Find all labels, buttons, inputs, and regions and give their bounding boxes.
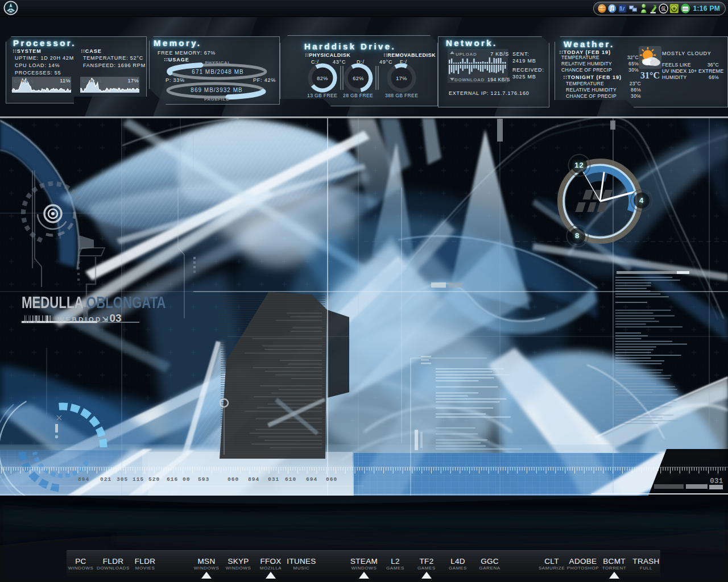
svg-text:610: 610 [285, 476, 296, 483]
svg-text:EXTERNAL IP: 121.7.176.160: EXTERNAL IP: 121.7.176.160 [449, 90, 530, 96]
svg-text:593: 593 [198, 476, 209, 483]
svg-text:43°C: 43°C [333, 59, 346, 65]
svg-text:CORE 0: CORE 0 [14, 78, 34, 84]
svg-text:520: 520 [148, 476, 160, 483]
svg-text:PF: 42℅: PF: 42℅ [253, 77, 276, 83]
svg-text:894: 894 [78, 476, 89, 483]
svg-text:894: 894 [248, 476, 259, 483]
svg-text:7 KB/S: 7 KB/S [490, 51, 509, 57]
svg-text:194 KB/S: 194 KB/S [487, 77, 510, 82]
svg-text:UPLOAD: UPLOAD [456, 52, 477, 57]
svg-text:C:/: C:/ [311, 59, 319, 65]
svg-text:SENT:: SENT: [512, 51, 530, 57]
svg-text:060: 060 [228, 476, 239, 483]
svg-text:2419 MB: 2419 MB [512, 58, 536, 64]
svg-text:13 GB FREE: 13 GB FREE [307, 93, 337, 98]
svg-text:DOWNLOAD: DOWNLOAD [454, 77, 485, 82]
svg-text:031: 031 [710, 477, 723, 485]
svg-text:62℅: 62℅ [353, 76, 363, 81]
svg-text:11℅: 11℅ [60, 78, 71, 84]
svg-text:3025 MB: 3025 MB [512, 74, 536, 80]
svg-text:28 GB FREE: 28 GB FREE [343, 93, 373, 98]
svg-text:031: 031 [268, 476, 279, 483]
svg-text:12: 12 [574, 161, 584, 169]
svg-text:115: 115 [133, 476, 144, 483]
svg-text:00: 00 [183, 476, 190, 483]
svg-text:305: 305 [117, 476, 128, 483]
svg-text:060: 060 [326, 476, 337, 483]
svg-text:388 GB FREE: 388 GB FREE [385, 93, 418, 98]
svg-text:49°C: 49°C [379, 59, 392, 65]
svg-text:671 MB/2048 MB: 671 MB/2048 MB [192, 69, 243, 75]
svg-text:侃: 侃 [661, 6, 666, 11]
svg-text:616: 616 [167, 476, 178, 483]
svg-text:17℅: 17℅ [128, 78, 139, 84]
svg-text:021: 021 [100, 476, 111, 483]
svg-text:PAGEFILE: PAGEFILE [204, 97, 229, 102]
svg-text:17℅: 17℅ [396, 76, 407, 81]
svg-text:CORE 1: CORE 1 [82, 78, 102, 84]
svg-text:869 MB/3932 MB: 869 MB/3932 MB [191, 87, 242, 93]
svg-text:P: 33℅: P: 33℅ [166, 77, 185, 83]
svg-text:694: 694 [306, 476, 317, 483]
svg-text:RECEIVED:: RECEIVED: [512, 67, 544, 73]
svg-text:4: 4 [639, 196, 644, 205]
svg-text:8: 8 [575, 231, 580, 240]
svg-text:82℅: 82℅ [317, 76, 328, 81]
